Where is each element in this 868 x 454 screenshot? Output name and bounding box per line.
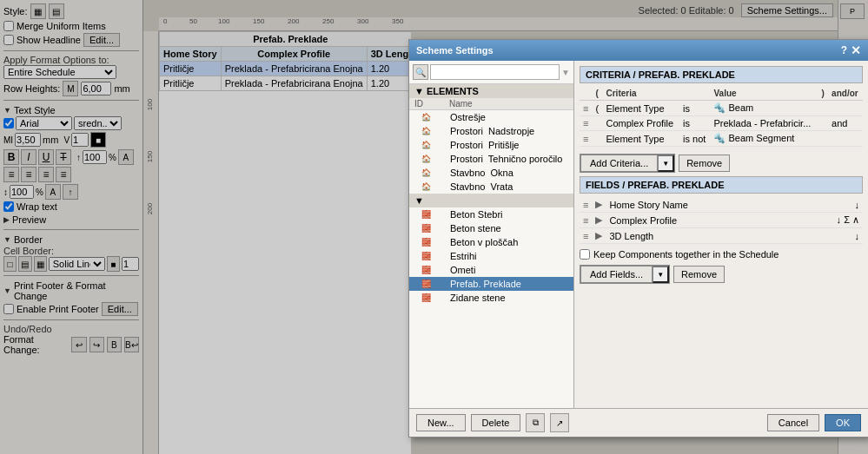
field-expand-icon: ▶ — [592, 213, 606, 228]
criteria-row[interactable]: ≡ Element Type is not 🔩 Beam Segment — [580, 131, 863, 147]
fields-table: ≡ ▶ Home Story Name ↓ ≡ ▶ Complex Profil… — [580, 197, 863, 244]
tree-item-stavbno-okna[interactable]: 🏠 Stavbno Okna — [409, 166, 573, 180]
tree-item-prostori-nadstropje[interactable]: 🏠 Prostori Nadstropje — [409, 124, 573, 138]
criteria-name-1: Element Type — [602, 101, 679, 116]
field-name-3: 3D Length — [606, 228, 796, 244]
scheme-settings-modal: Scheme Settings ? ✕ 🔍 ▼ ▼ ELEMENTS ID N — [408, 39, 868, 438]
criteria-col-close: ) — [818, 87, 828, 101]
criteria-name-2: Complex Profile — [602, 116, 679, 131]
criteria-value-2: Preklada - Prefabricir... — [710, 116, 818, 131]
tree-item-stavbno-vrata[interactable]: 🏠 Stavbno Vrata — [409, 180, 573, 194]
field-row[interactable]: ≡ ▶ Home Story Name ↓ — [580, 197, 863, 213]
prefab-preklade-label: Prefab. Preklade — [450, 279, 521, 289]
collapse-components-icon[interactable]: ▼ — [414, 195, 424, 206]
dropdown-icon: ▼ — [561, 68, 570, 77]
modal-body: 🔍 ▼ ▼ ELEMENTS ID Name 🏠 Ostrešje — [409, 61, 868, 408]
criteria-col-andor: and/or — [828, 87, 863, 101]
criteria-col-is — [679, 87, 710, 101]
field-name-1: Home Story Name — [606, 197, 796, 213]
tree-item-beton-stebri[interactable]: 🧱 Beton Stebri — [409, 207, 573, 221]
beton-stene-label: Beton stene — [450, 223, 501, 234]
criteria-is-1: is — [679, 101, 710, 116]
tree-area: ▼ ELEMENTS ID Name 🏠 Ostrešje 🏠 Prostori… — [409, 84, 573, 408]
modal-tree-panel: 🔍 ▼ ▼ ELEMENTS ID Name 🏠 Ostrešje — [409, 61, 574, 408]
criteria-row[interactable]: ≡ Complex Profile is Preklada - Prefabri… — [580, 116, 863, 131]
field-drag-icon: ≡ — [580, 213, 592, 228]
criteria-btn-row: Add Criteria... ▼ Remove — [580, 154, 863, 173]
add-criteria-group: Add Criteria... ▼ — [580, 154, 675, 173]
help-icon[interactable]: ? — [841, 44, 847, 56]
search-input[interactable] — [430, 64, 560, 80]
field-sort-icon: ↓ Σ ∧ — [796, 213, 863, 228]
tree-item-estrihi[interactable]: 🧱 Estrihi — [409, 249, 573, 263]
criteria-col-icon — [580, 87, 592, 101]
beton-stebri-label: Beton Stebri — [450, 209, 503, 220]
add-criteria-btn[interactable]: Add Criteria... — [580, 155, 658, 172]
ometi-label: Ometi — [450, 265, 475, 275]
criteria-row[interactable]: ≡ ( Element Type is 🔩 Beam — [580, 101, 863, 116]
criteria-open-1: ( — [592, 101, 602, 116]
modal-title: Scheme Settings — [416, 45, 494, 56]
search-bar: 🔍 ▼ — [409, 61, 573, 84]
prostori-tehnicno-label: Prostori Tehnično poročilo — [450, 154, 562, 164]
prostori-pritislje-label: Prostori Pritišlje — [450, 140, 519, 150]
close-modal-btn[interactable]: ✕ — [851, 43, 861, 57]
criteria-andor-1 — [828, 101, 863, 116]
delete-btn[interactable]: Delete — [471, 414, 521, 431]
criteria-header: CRITERIA / PREFAB. PREKLADE — [580, 66, 863, 83]
beton-v-ploscah-label: Beton v ploščah — [450, 237, 518, 247]
field-sort-1: ↓ — [796, 197, 863, 213]
criteria-andor-3 — [828, 131, 863, 147]
criteria-is-2: is — [679, 116, 710, 131]
stavbno-vrata-label: Stavbno Vrata — [450, 181, 513, 192]
criteria-name-3: Element Type — [602, 131, 679, 147]
criteria-close-1 — [818, 101, 828, 116]
keep-components-row: Keep Components together in the Schedule — [580, 249, 863, 260]
prostori-nadstropje-label: Prostori Nadstropje — [450, 126, 534, 136]
tree-item-beton-v-ploscah[interactable]: 🧱 Beton v ploščah — [409, 235, 573, 249]
fields-btn-row: Add Fields... ▼ Remove — [580, 265, 863, 284]
copy-btn[interactable]: ⧉ — [526, 413, 545, 432]
criteria-open-3 — [592, 131, 602, 147]
modal-titlebar: Scheme Settings ? ✕ — [409, 40, 868, 61]
remove-criteria-btn[interactable]: Remove — [679, 155, 730, 172]
field-expand-icon: ▶ — [592, 228, 606, 244]
fields-header: FIELDS / PREFAB. PREKLADE — [580, 176, 863, 194]
criteria-value-3: 🔩 Beam Segment — [710, 131, 818, 147]
stavbno-okna-label: Stavbno Okna — [450, 168, 514, 178]
tree-item-zidane-stene[interactable]: 🧱 Zidane stene — [409, 291, 573, 305]
add-fields-btn[interactable]: Add Fields... — [580, 266, 653, 283]
elements-section-header: ▼ ELEMENTS — [409, 84, 573, 98]
export-btn[interactable]: ↗ — [550, 413, 569, 432]
new-btn[interactable]: New... — [416, 414, 466, 431]
criteria-open-2 — [592, 116, 602, 131]
ok-btn[interactable]: OK — [825, 414, 861, 431]
criteria-is-3: is not — [679, 131, 710, 147]
tree-item-ometi[interactable]: 🧱 Ometi — [409, 263, 573, 277]
cancel-btn[interactable]: Cancel — [767, 414, 819, 431]
field-drag-icon: ≡ — [580, 228, 592, 244]
tree-item-beton-stene[interactable]: 🧱 Beton stene — [409, 221, 573, 235]
criteria-value-1: 🔩 Beam — [710, 101, 818, 116]
field-expand-icon: ▶ — [592, 197, 606, 213]
criteria-close-3 — [818, 131, 828, 147]
tree-item-prostori-tehnicno[interactable]: 🏠 Prostori Tehnično poročilo — [409, 152, 573, 166]
collapse-elements-icon[interactable]: ▼ — [414, 86, 424, 96]
field-row[interactable]: ≡ ▶ 3D Length ↓ — [580, 228, 863, 244]
criteria-andor-2: and — [828, 116, 863, 131]
keep-components-checkbox[interactable] — [580, 249, 590, 260]
criteria-close-2 — [818, 116, 828, 131]
tree-item-ostresje[interactable]: 🏠 Ostrešje — [409, 110, 573, 124]
components-section-header: ▼ — [409, 194, 573, 207]
field-row[interactable]: ≡ ▶ Complex Profile ↓ Σ ∧ — [580, 213, 863, 228]
tree-item-prefab-preklade[interactable]: 🧱 Prefab. Preklade — [409, 277, 573, 291]
add-criteria-dropdown-btn[interactable]: ▼ — [658, 155, 674, 172]
criteria-col-open: ( — [592, 87, 602, 101]
criteria-drag-icon: ≡ — [580, 101, 592, 116]
remove-fields-btn[interactable]: Remove — [673, 266, 725, 283]
zidane-stene-label: Zidane stene — [450, 293, 506, 303]
field-sort-3: ↓ — [796, 228, 863, 244]
search-icon: 🔍 — [413, 64, 428, 80]
tree-item-prostori-pritislje[interactable]: 🏠 Prostori Pritišlje — [409, 138, 573, 152]
add-fields-dropdown-btn[interactable]: ▼ — [653, 266, 669, 283]
